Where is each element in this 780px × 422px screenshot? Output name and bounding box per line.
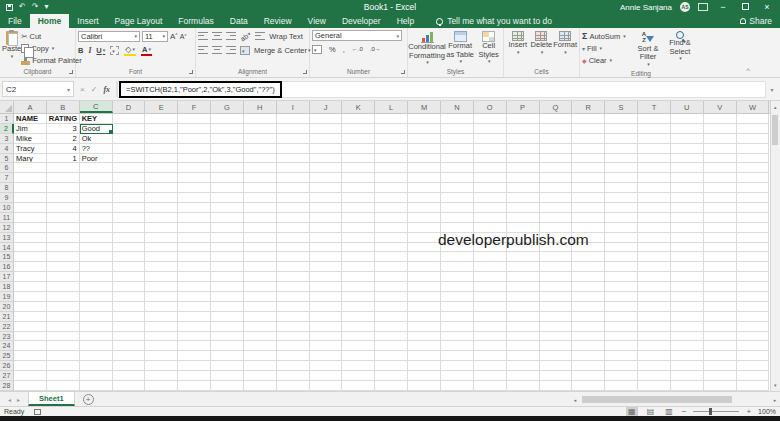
row-header-23[interactable]: 23	[0, 332, 14, 342]
cell-J8[interactable]	[310, 183, 343, 193]
cell-M11[interactable]	[408, 213, 441, 223]
cell-V26[interactable]	[704, 361, 737, 371]
cell-R25[interactable]	[572, 351, 605, 361]
cell-G22[interactable]	[211, 322, 244, 332]
cell-C20[interactable]	[80, 302, 113, 312]
cell-J13[interactable]	[310, 233, 343, 243]
cell-T20[interactable]	[638, 302, 671, 312]
cell-B14[interactable]	[47, 243, 80, 253]
cell-I19[interactable]	[277, 292, 310, 302]
cell-N4[interactable]	[441, 144, 474, 154]
cell-G13[interactable]	[211, 233, 244, 243]
cell-W1[interactable]	[737, 114, 770, 124]
cell-F26[interactable]	[178, 361, 211, 371]
cell-K2[interactable]	[342, 124, 375, 134]
cell-U14[interactable]	[671, 243, 704, 253]
cell-B20[interactable]	[47, 302, 80, 312]
cell-W9[interactable]	[737, 193, 770, 203]
cell-F18[interactable]	[178, 282, 211, 292]
cell-P5[interactable]	[507, 154, 540, 164]
cell-I7[interactable]	[277, 173, 310, 183]
cell-N19[interactable]	[441, 292, 474, 302]
row-header-4[interactable]: 4	[0, 144, 14, 154]
cell-I2[interactable]	[277, 124, 310, 134]
cell-S6[interactable]	[605, 163, 638, 173]
cell-A11[interactable]	[14, 213, 47, 223]
cell-L9[interactable]	[375, 193, 408, 203]
ribbon-display-options-icon[interactable]	[698, 3, 708, 11]
cell-N8[interactable]	[441, 183, 474, 193]
cell-V17[interactable]	[704, 272, 737, 282]
tab-page-layout[interactable]: Page Layout	[107, 14, 171, 28]
cell-M7[interactable]	[408, 173, 441, 183]
cell-M15[interactable]	[408, 252, 441, 262]
cell-O5[interactable]	[474, 154, 507, 164]
cell-W19[interactable]	[737, 292, 770, 302]
row-header-20[interactable]: 20	[0, 302, 14, 312]
cell-H13[interactable]	[244, 233, 277, 243]
cell-I14[interactable]	[277, 243, 310, 253]
cell-K19[interactable]	[342, 292, 375, 302]
cell-K28[interactable]	[342, 381, 375, 391]
cell-F23[interactable]	[178, 332, 211, 342]
cell-L18[interactable]	[375, 282, 408, 292]
cell-C24[interactable]	[80, 341, 113, 351]
cell-J11[interactable]	[310, 213, 343, 223]
cell-I25[interactable]	[277, 351, 310, 361]
column-header-J[interactable]: J	[310, 101, 343, 113]
cell-F28[interactable]	[178, 381, 211, 391]
cell-A1[interactable]: NAME	[14, 114, 47, 124]
cell-N21[interactable]	[441, 312, 474, 322]
cell-D27[interactable]	[113, 371, 146, 381]
cell-R6[interactable]	[572, 163, 605, 173]
cell-N9[interactable]	[441, 193, 474, 203]
cell-P16[interactable]	[507, 262, 540, 272]
cell-R7[interactable]	[572, 173, 605, 183]
cell-A3[interactable]: Mike	[14, 134, 47, 144]
cell-C7[interactable]	[80, 173, 113, 183]
avatar[interactable]: AS	[680, 2, 690, 12]
cell-D7[interactable]	[113, 173, 146, 183]
cell-V11[interactable]	[704, 213, 737, 223]
cell-B12[interactable]	[47, 223, 80, 233]
close-button[interactable]: ×	[760, 0, 774, 14]
cell-E20[interactable]	[145, 302, 178, 312]
vertical-scrollbar[interactable]: ▴ ▾	[770, 101, 780, 391]
cell-Q6[interactable]	[540, 163, 573, 173]
cell-G4[interactable]	[211, 144, 244, 154]
cell-V28[interactable]	[704, 381, 737, 391]
cell-V24[interactable]	[704, 341, 737, 351]
cell-L26[interactable]	[375, 361, 408, 371]
cell-C17[interactable]	[80, 272, 113, 282]
share-button[interactable]: Share	[732, 16, 780, 28]
cell-B6[interactable]	[47, 163, 80, 173]
cell-D16[interactable]	[113, 262, 146, 272]
row-header-8[interactable]: 8	[0, 183, 14, 193]
cell-K23[interactable]	[342, 332, 375, 342]
cell-E17[interactable]	[145, 272, 178, 282]
cell-E19[interactable]	[145, 292, 178, 302]
cell-Q4[interactable]	[540, 144, 573, 154]
column-header-G[interactable]: G	[211, 101, 244, 113]
undo-icon[interactable]: ↶	[19, 3, 26, 11]
cell-D17[interactable]	[113, 272, 146, 282]
cell-R9[interactable]	[572, 193, 605, 203]
cell-N25[interactable]	[441, 351, 474, 361]
row-header-2[interactable]: 2	[0, 124, 14, 134]
cell-P15[interactable]	[507, 252, 540, 262]
cell-P24[interactable]	[507, 341, 540, 351]
cell-N17[interactable]	[441, 272, 474, 282]
cell-J20[interactable]	[310, 302, 343, 312]
restore-button[interactable]	[738, 0, 752, 14]
cell-B5[interactable]: 1	[47, 154, 80, 164]
cell-A4[interactable]: Tracy	[14, 144, 47, 154]
borders-icon[interactable]	[110, 46, 119, 55]
cell-R10[interactable]	[572, 203, 605, 213]
cell-D23[interactable]	[113, 332, 146, 342]
column-header-V[interactable]: V	[704, 101, 737, 113]
cell-A25[interactable]	[14, 351, 47, 361]
cell-V5[interactable]	[704, 154, 737, 164]
column-header-K[interactable]: K	[342, 101, 375, 113]
cell-M1[interactable]	[408, 114, 441, 124]
cell-L2[interactable]	[375, 124, 408, 134]
